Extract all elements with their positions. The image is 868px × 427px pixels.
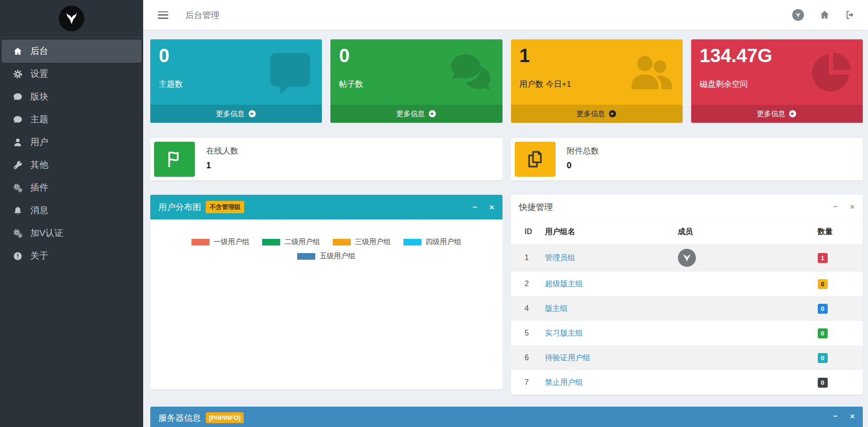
group-link[interactable]: 版主组 [545,304,568,312]
stat-label: 主题数 [159,79,313,90]
sidebar-item-label: 版块 [30,91,48,103]
cell-id: 6 [511,345,545,370]
panel-title: 快捷管理 [519,201,553,213]
stat-card-posts: 0 帖子数 更多信息 [330,39,502,123]
sidebar-item-other[interactable]: 其他 [0,154,143,176]
group-link[interactable]: 待验证用户组 [545,354,591,362]
count-badge: 0 [818,328,828,338]
brand-logo-icon[interactable] [59,6,84,31]
topbar-actions [792,9,856,21]
sidebar-item-label: 设置 [30,68,48,80]
info-box-value: 0 [567,161,599,171]
column-header-name: 用户组名 [545,219,678,244]
legend-swatch [297,253,315,260]
sidebar-item-users[interactable]: 用户 [0,131,143,154]
panel-header: 快捷管理 − × [511,195,863,219]
sidebar-toggle-icon[interactable] [158,11,168,19]
stat-cards-row: 0 主题数 更多信息 0 帖子数 更多信息 1 用户数 今日+1 [150,39,863,123]
user-icon [13,137,24,147]
stat-value: 134.47G [700,45,854,66]
sidebar-logo-area [0,0,143,37]
info-circle-icon [13,251,24,261]
group-link[interactable]: 超级版主组 [545,280,583,288]
close-icon[interactable]: × [490,203,494,211]
minimize-icon[interactable]: − [833,412,838,420]
comment-icon [13,115,24,125]
legend-item[interactable]: 四级用户组 [403,237,461,246]
sidebar: 后台 设置 版块 主题 用户 其他 插件 消息 [0,0,143,427]
cogs-icon [13,228,24,238]
sidebar-item-forums[interactable]: 版块 [0,85,143,108]
profile-logo-icon[interactable] [792,9,804,21]
sidebar-item-label: 其他 [30,159,48,171]
legend-item[interactable]: 五级用户组 [297,252,355,261]
legend-swatch [262,239,280,245]
count-badge: 0 [818,378,828,388]
group-link[interactable]: 实习版主组 [545,329,583,337]
sidebar-item-settings[interactable]: 设置 [0,63,143,85]
comment-icon [13,92,24,102]
legend-label: 三级用户组 [355,237,391,246]
close-icon[interactable]: × [850,203,855,211]
quick-manage-panel: 快捷管理 − × ID 用户组名 成员 数量 1 [511,195,863,395]
cell-id: 5 [511,321,545,345]
cogs-icon [13,183,24,193]
more-info-link[interactable]: 更多信息 [691,105,863,123]
more-info-link[interactable]: 更多信息 [330,105,502,123]
panel-badge: 不含管理组 [206,201,244,213]
legend-item[interactable]: 二级用户组 [262,237,320,246]
close-icon[interactable]: × [850,412,855,420]
arrow-circle-right-icon [788,109,797,118]
sidebar-item-label: 关于 [30,250,48,262]
sidebar-item-label: 插件 [30,182,48,194]
table-row: 4 版主组 0 [511,296,863,321]
more-info-label: 更多信息 [757,109,785,118]
count-badge: 0 [818,304,828,314]
info-box-value: 1 [206,161,238,171]
count-badge: 0 [818,353,828,363]
minimize-icon[interactable]: − [833,203,838,211]
column-header-member: 成员 [678,219,818,244]
group-link[interactable]: 管理员组 [545,254,576,262]
sign-out-icon[interactable] [845,9,856,20]
cell-id: 1 [511,244,545,272]
info-box-online: 在线人数 1 [150,138,503,181]
sidebar-item-verification[interactable]: 加V认证 [0,222,143,245]
column-header-count: 数量 [818,219,863,244]
table-header-row: ID 用户组名 成员 数量 [511,219,863,244]
panel-header: 用户分布图 不含管理组 − × [150,195,503,219]
sidebar-item-backend[interactable]: 后台 [2,40,141,63]
sidebar-item-messages[interactable]: 消息 [0,199,143,222]
bell-icon [13,206,24,216]
legend-item[interactable]: 三级用户组 [333,237,391,246]
flag-icon [154,142,195,177]
stat-card-users: 1 用户数 今日+1 更多信息 [511,39,683,123]
sidebar-item-threads[interactable]: 主题 [0,108,143,131]
more-info-link[interactable]: 更多信息 [511,105,683,123]
gear-icon [13,69,24,79]
info-boxes-row: 在线人数 1 附件总数 0 [150,138,863,181]
server-info-panel: 服务器信息 [PHPINFO] − × [150,407,863,427]
arrow-circle-right-icon [608,109,617,118]
sidebar-item-plugins[interactable]: 插件 [0,176,143,199]
more-info-link[interactable]: 更多信息 [150,105,322,123]
home-icon[interactable] [819,9,830,20]
more-info-label: 更多信息 [576,109,605,118]
sidebar-item-label: 加V认证 [30,227,64,239]
sidebar-item-label: 用户 [30,136,48,148]
info-box-attachments: 附件总数 0 [511,138,863,181]
avatar[interactable] [678,249,696,267]
table-row: 1 管理员组 1 [511,244,863,272]
cell-id: 7 [511,370,545,395]
legend-label: 二级用户组 [284,237,320,246]
phpinfo-badge[interactable]: [PHPINFO] [206,412,244,423]
legend-item[interactable]: 一级用户组 [192,237,249,246]
sidebar-item-about[interactable]: 关于 [0,245,143,267]
info-box-label: 在线人数 [206,145,238,156]
column-header-id: ID [511,219,545,244]
stat-card-disk: 134.47G 磁盘剩余空间 更多信息 [691,39,863,123]
minimize-icon[interactable]: − [473,203,477,211]
group-link[interactable]: 禁止用户组 [545,378,583,386]
legend-swatch [192,239,210,245]
stat-value: 1 [520,45,674,66]
